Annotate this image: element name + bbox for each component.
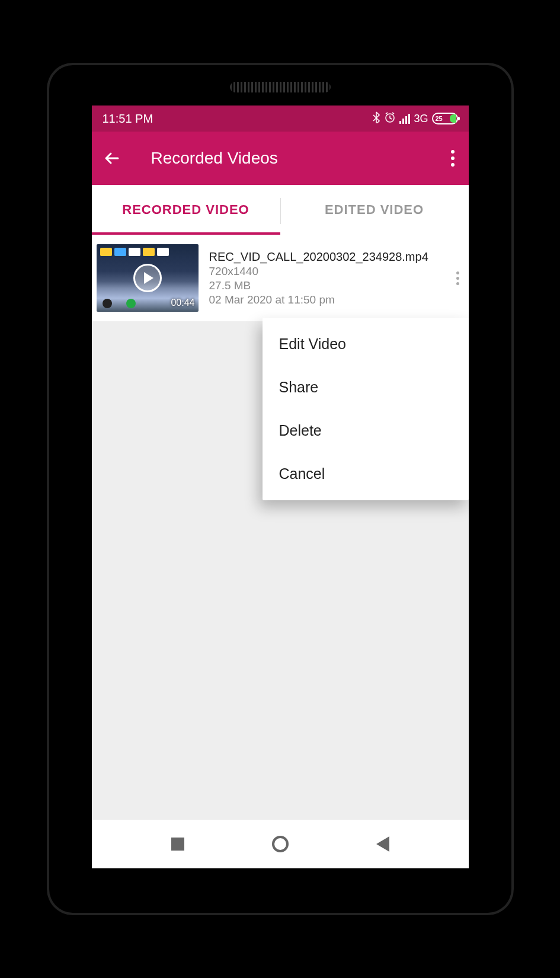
bluetooth-icon — [372, 111, 380, 126]
screen: 11:51 PM 3G 25 — [92, 106, 469, 868]
video-datetime: 02 Mar 2020 at 11:50 pm — [209, 293, 450, 306]
play-icon — [133, 264, 162, 292]
alarm-icon — [384, 111, 396, 126]
tab-recorded-video[interactable]: RECORDED VIDEO — [92, 185, 280, 235]
signal-icon — [399, 114, 410, 124]
video-duration: 00:44 — [171, 298, 194, 308]
menu-share[interactable]: Share — [263, 366, 469, 409]
menu-cancel[interactable]: Cancel — [263, 452, 469, 496]
menu-edit-video[interactable]: Edit Video — [263, 322, 469, 366]
video-resolution: 720x1440 — [209, 265, 450, 278]
context-menu: Edit Video Share Delete Cancel — [263, 318, 469, 500]
network-label: 3G — [414, 113, 428, 125]
page-title: Recorded Videos — [151, 149, 278, 168]
tab-edited-video[interactable]: EDITED VIDEO — [280, 185, 469, 235]
video-list-item[interactable]: 00:44 REC_VID_CALL_20200302_234928.mp4 7… — [92, 235, 469, 321]
video-info: REC_VID_CALL_20200302_234928.mp4 720x144… — [209, 250, 450, 306]
tabs: RECORDED VIDEO EDITED VIDEO — [92, 185, 469, 235]
nav-home-button[interactable] — [272, 836, 289, 852]
item-more-button[interactable] — [450, 266, 465, 291]
status-right: 3G 25 — [372, 111, 457, 126]
more-options-button[interactable] — [445, 144, 460, 172]
video-size: 27.5 MB — [209, 279, 450, 292]
menu-delete[interactable]: Delete — [263, 409, 469, 452]
video-filename: REC_VID_CALL_20200302_234928.mp4 — [209, 250, 450, 264]
nav-back-button[interactable] — [376, 836, 389, 852]
status-bar: 11:51 PM 3G 25 — [92, 106, 469, 132]
back-button[interactable] — [100, 146, 124, 170]
content-area: 00:44 REC_VID_CALL_20200302_234928.mp4 7… — [92, 235, 469, 820]
phone-frame: 11:51 PM 3G 25 — [49, 65, 511, 913]
status-time: 11:51 PM — [103, 112, 153, 126]
android-nav-bar — [92, 820, 469, 868]
nav-recents-button[interactable] — [171, 838, 184, 851]
battery-percent: 25 — [436, 115, 443, 122]
app-bar: Recorded Videos — [92, 132, 469, 185]
video-thumbnail[interactable]: 00:44 — [97, 244, 199, 312]
battery-icon: 25 — [432, 113, 458, 124]
phone-speaker — [230, 82, 331, 92]
